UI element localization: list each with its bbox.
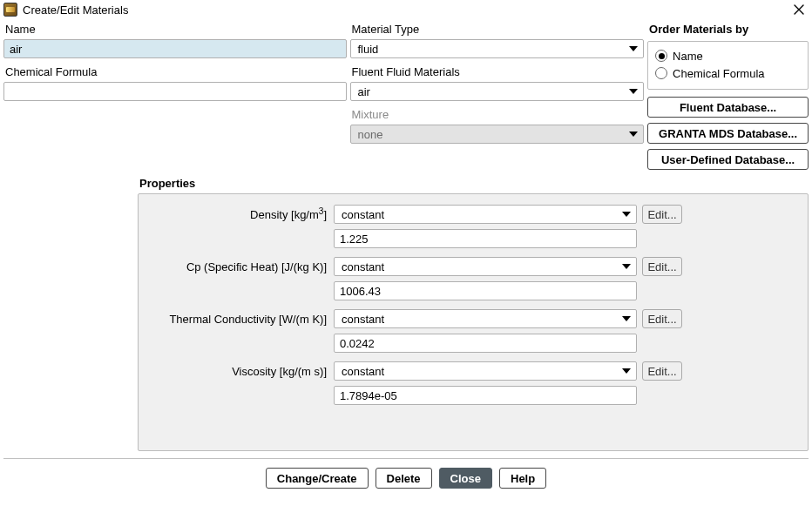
properties-box: Density [kg/m3] constant Edit... Cp (Spe… bbox=[138, 193, 809, 451]
close-button[interactable]: Close bbox=[439, 468, 492, 489]
radio-icon bbox=[655, 67, 667, 79]
thermal-conductivity-method-value: constant bbox=[342, 313, 384, 326]
name-label: Name bbox=[3, 23, 347, 37]
chevron-down-icon bbox=[629, 46, 638, 51]
density-method-select[interactable]: constant bbox=[334, 205, 637, 224]
fluent-fluid-materials-select[interactable]: air bbox=[350, 82, 645, 101]
upper-section: Name Chemical Formula Material Type flui… bbox=[3, 23, 809, 170]
material-type-value: fluid bbox=[358, 43, 379, 56]
database-buttons: Fluent Database... GRANTA MDS Database..… bbox=[647, 97, 809, 170]
chemical-formula-input[interactable] bbox=[3, 82, 347, 101]
chevron-down-icon bbox=[629, 89, 638, 94]
delete-button[interactable]: Delete bbox=[376, 468, 432, 489]
material-type-select[interactable]: fluid bbox=[350, 39, 645, 58]
fluent-fluid-materials-label: Fluent Fluid Materials bbox=[350, 65, 645, 80]
mixture-label: Mixture bbox=[350, 108, 645, 123]
thermal-conductivity-edit-button[interactable]: Edit... bbox=[642, 309, 682, 328]
density-method-value: constant bbox=[342, 208, 384, 221]
footer-buttons: Change/Create Delete Close Help bbox=[3, 458, 809, 489]
chevron-down-icon bbox=[622, 368, 631, 374]
order-by-name-label: Name bbox=[673, 50, 703, 63]
cp-edit-button[interactable]: Edit... bbox=[642, 257, 682, 276]
chemical-formula-label: Chemical Formula bbox=[3, 65, 347, 80]
density-row: Density [kg/m3] constant Edit... bbox=[151, 205, 792, 224]
app-icon bbox=[3, 3, 17, 17]
cp-method-value: constant bbox=[342, 260, 384, 273]
density-edit-button[interactable]: Edit... bbox=[642, 205, 682, 224]
chevron-down-icon bbox=[622, 316, 631, 321]
thermal-conductivity-row: Thermal Conductivity [W/(m K)] constant … bbox=[151, 309, 792, 328]
create-edit-materials-dialog: Create/Edit Materials Name Chemical Form… bbox=[0, 0, 812, 506]
column-middle: Material Type fluid Fluent Fluid Materia… bbox=[350, 23, 645, 170]
viscosity-label: Viscosity [kg/(m s)] bbox=[151, 365, 328, 378]
thermal-conductivity-label: Thermal Conductivity [W/(m K)] bbox=[151, 313, 328, 326]
mixture-select: none bbox=[350, 125, 645, 144]
cp-value-row bbox=[151, 281, 792, 300]
chevron-down-icon bbox=[629, 132, 638, 137]
viscosity-method-value: constant bbox=[342, 365, 384, 378]
order-by-label: Order Materials by bbox=[647, 23, 809, 37]
cp-row: Cp (Specific Heat) [J/(kg K)] constant E… bbox=[151, 257, 792, 276]
viscosity-row: Viscosity [kg/(m s)] constant Edit... bbox=[151, 361, 792, 381]
material-type-label: Material Type bbox=[350, 23, 645, 37]
order-by-name-radio[interactable]: Name bbox=[655, 47, 801, 64]
fluent-fluid-materials-value: air bbox=[358, 85, 370, 98]
granta-mds-database-button[interactable]: GRANTA MDS Database... bbox=[647, 123, 809, 144]
title-bar: Create/Edit Materials bbox=[0, 0, 812, 19]
properties-section: Properties Density [kg/m3] constant Edit… bbox=[3, 177, 809, 451]
change-create-button[interactable]: Change/Create bbox=[266, 468, 369, 489]
column-left: Name Chemical Formula bbox=[3, 23, 347, 170]
cp-label: Cp (Specific Heat) [J/(kg K)] bbox=[151, 260, 328, 273]
order-by-group: Name Chemical Formula bbox=[647, 41, 809, 90]
radio-icon bbox=[655, 50, 667, 62]
mixture-value: none bbox=[358, 128, 383, 141]
thermal-conductivity-method-select[interactable]: constant bbox=[334, 309, 637, 328]
viscosity-edit-button[interactable]: Edit... bbox=[642, 361, 682, 381]
close-icon[interactable] bbox=[791, 2, 807, 17]
order-by-chemical-formula-radio[interactable]: Chemical Formula bbox=[655, 64, 801, 82]
user-defined-database-button[interactable]: User-Defined Database... bbox=[647, 149, 809, 170]
viscosity-value-row bbox=[151, 386, 792, 405]
thermal-conductivity-value-row bbox=[151, 334, 792, 353]
viscosity-value-input[interactable] bbox=[334, 386, 637, 405]
dialog-body: Name Chemical Formula Material Type flui… bbox=[0, 19, 812, 506]
window-title: Create/Edit Materials bbox=[23, 3, 791, 17]
chevron-down-icon bbox=[622, 264, 631, 269]
column-right: Order Materials by Name Chemical Formula… bbox=[647, 23, 809, 170]
order-by-chemical-formula-label: Chemical Formula bbox=[673, 67, 764, 80]
help-button[interactable]: Help bbox=[499, 468, 546, 489]
viscosity-method-select[interactable]: constant bbox=[334, 361, 637, 381]
cp-value-input[interactable] bbox=[334, 281, 637, 300]
density-value-input[interactable] bbox=[334, 229, 637, 248]
fluent-database-button[interactable]: Fluent Database... bbox=[647, 97, 809, 118]
chevron-down-icon bbox=[622, 212, 631, 217]
density-value-row bbox=[151, 229, 792, 248]
cp-method-select[interactable]: constant bbox=[334, 257, 637, 276]
properties-title: Properties bbox=[138, 177, 809, 193]
thermal-conductivity-value-input[interactable] bbox=[334, 334, 637, 353]
density-label: Density [kg/m3] bbox=[151, 206, 328, 221]
name-input[interactable] bbox=[3, 39, 347, 58]
